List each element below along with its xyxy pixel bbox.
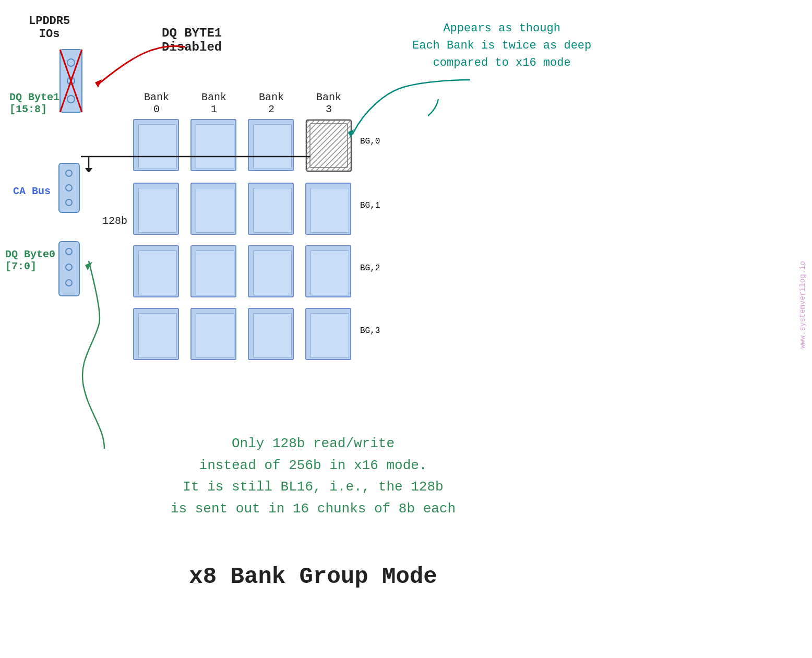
bank-cell-3-3: [305, 308, 351, 360]
bank-cell-1-1: [190, 183, 236, 235]
dq-byte0-label: DQ Byte0 [7:0]: [5, 248, 55, 272]
ca-bus-label: CA Bus: [13, 185, 51, 197]
teal-curved-arrow: [303, 77, 485, 145]
bg-label-2: BG,2: [360, 264, 380, 273]
bank-label-2: Bank2: [248, 91, 295, 115]
bank-cell-0-1: [133, 183, 179, 235]
bank-cell-3-1: [305, 183, 351, 235]
dq-byte1-label: DQ Byte1 [15:8]: [9, 91, 59, 115]
bg-label-3: BG,3: [360, 326, 380, 336]
red-arrow: [52, 31, 188, 94]
watermark: www.systemverilog.io: [798, 261, 807, 349]
bank-cell-1-3: [190, 308, 236, 360]
bank-label-1: Bank1: [190, 91, 237, 115]
diagram-container: LPDDR5 IOs DQ BYTE1 Disabled DQ Byte1 [1…: [0, 0, 812, 658]
bg-label-1: BG,1: [360, 201, 380, 210]
bank-cell-2-3: [248, 308, 294, 360]
bank-cell-1-2: [190, 245, 236, 297]
bank-cell-2-2: [248, 245, 294, 297]
bank-label-0: Bank0: [133, 91, 180, 115]
bottom-annotation: Only 128b read/write instead of 256b in …: [0, 433, 626, 520]
bank-cell-3-2: [305, 245, 351, 297]
label-128b: 128b: [102, 215, 127, 227]
svg-marker-14: [95, 79, 102, 88]
bank-connector-line: [81, 141, 316, 172]
green-curved-arrow: [68, 230, 141, 454]
appears-annotation: Appears as though Each Bank is twice as …: [412, 20, 591, 71]
bank-cell-2-1: [248, 183, 294, 235]
ca-bus-io: [57, 162, 81, 214]
main-title: x8 Bank Group Mode: [0, 564, 626, 590]
svg-rect-6: [59, 163, 79, 212]
svg-marker-24: [85, 168, 92, 172]
